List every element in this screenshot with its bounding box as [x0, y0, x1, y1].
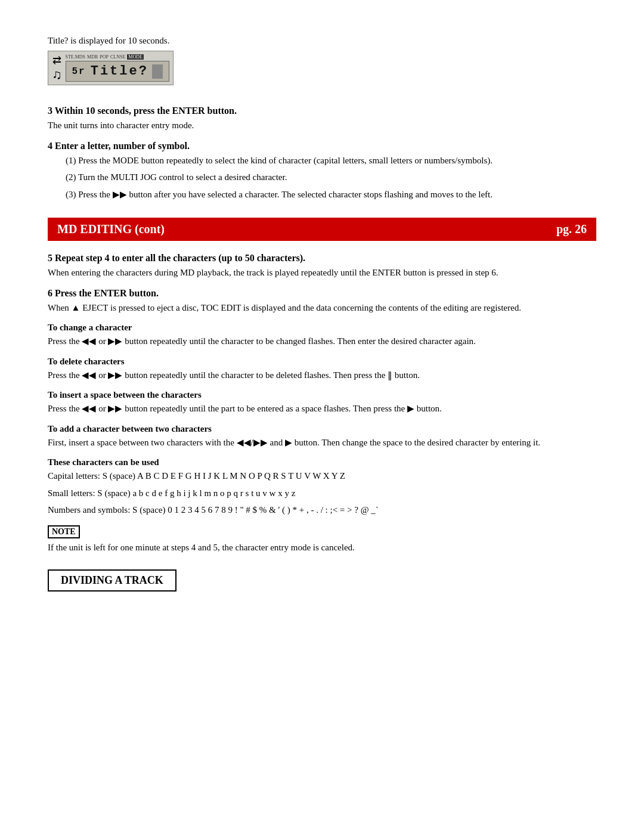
display-top: STE.MDS MDR POP CLNSE MODE 5r Title?	[66, 54, 169, 82]
step6-body: When ▲ EJECT is pressed to eject a disc,…	[48, 301, 596, 315]
insert-space-body: Press the ◀◀ or ▶▶ button repeatedly unt…	[48, 402, 596, 416]
characters-section: These characters can be used Capital let…	[48, 457, 596, 517]
banner-page: pg. 26	[556, 222, 587, 236]
step5-body: When entering the characters during MD p…	[48, 266, 596, 280]
note-text: If the unit is left for one minute at st…	[48, 541, 596, 555]
insert-space-header: To insert a space between the characters	[48, 390, 596, 400]
dividing-track-title: DIVIDING A TRACK	[61, 574, 163, 586]
section-step3: 3 Within 10 seconds, press the ENTER but…	[48, 106, 596, 132]
step5-header: 5 Repeat step 4 to enter all the charact…	[48, 253, 596, 264]
section-step5: 5 Repeat step 4 to enter all the charact…	[48, 253, 596, 280]
subsection-add-char: To add a character between two character…	[48, 424, 596, 450]
delete-chars-body: Press the ◀◀ or ▶▶ button repeatedly unt…	[48, 368, 596, 382]
characters-capital: Capital letters: S (space) A B C D E F G…	[48, 469, 596, 483]
step4-header: 4 Enter a letter, number of symbol.	[48, 141, 596, 151]
note-label: NOTE	[48, 525, 80, 538]
display-screen: 5r Title?	[66, 61, 169, 82]
change-char-body: Press the ◀◀ or ▶▶ button repeatedly unt…	[48, 335, 596, 348]
change-char-header: To change a character	[48, 323, 596, 333]
display-icon: ⇄ ♫	[52, 54, 62, 82]
characters-small: Small letters: S (space) a b c d e f g h…	[48, 487, 596, 500]
tab-clnse: CLNSE	[110, 54, 125, 60]
intro-text: Title? is displayed for 10 seconds.	[48, 36, 596, 46]
tab-mode: MODE	[127, 54, 144, 60]
step4-body-3: (3) Press the ▶▶ button after you have s…	[48, 188, 596, 202]
tab-pop: POP	[100, 54, 109, 60]
tab-stemos: STE.MDS	[66, 54, 86, 60]
add-char-body: First, insert a space between two charac…	[48, 436, 596, 450]
subsection-change-char: To change a character Press the ◀◀ or ▶▶…	[48, 323, 596, 348]
display-tab-row: STE.MDS MDR POP CLNSE MODE	[66, 54, 169, 60]
characters-header: These characters can be used	[48, 457, 596, 467]
step4-body-2: (2) Turn the MULTI JOG control to select…	[48, 171, 596, 184]
step6-header: 6 Press the ENTER button.	[48, 288, 596, 299]
md-editing-banner: MD EDITING (cont) pg. 26	[48, 218, 596, 241]
subsection-insert-space: To insert a space between the characters…	[48, 390, 596, 416]
characters-numbers: Numbers and symbols: S (space) 0 1 2 3 4…	[48, 503, 596, 517]
delete-chars-header: To delete characters	[48, 357, 596, 367]
display-counter: 5r	[72, 66, 86, 77]
subsection-delete-chars: To delete characters Press the ◀◀ or ▶▶ …	[48, 357, 596, 382]
tab-mdr: MDR	[87, 54, 98, 60]
display-mockup: ⇄ ♫ STE.MDS MDR POP CLNSE MODE 5r Title?	[48, 51, 174, 85]
section-step4: 4 Enter a letter, number of symbol. (1) …	[48, 141, 596, 202]
step3-header: 3 Within 10 seconds, press the ENTER but…	[48, 106, 596, 116]
display-title: Title?	[91, 64, 148, 79]
dividing-track-box: DIVIDING A TRACK	[48, 569, 177, 592]
step3-body: The unit turns into character entry mode…	[48, 119, 596, 132]
section-step6: 6 Press the ENTER button. When ▲ EJECT i…	[48, 288, 596, 315]
display-cursor	[152, 64, 163, 79]
step4-body-1: (1) Press the MODE button repeatedly to …	[48, 154, 596, 168]
add-char-header: To add a character between two character…	[48, 424, 596, 434]
note-section: NOTE If the unit is left for one minute …	[48, 525, 596, 555]
banner-title: MD EDITING (cont)	[57, 222, 165, 236]
